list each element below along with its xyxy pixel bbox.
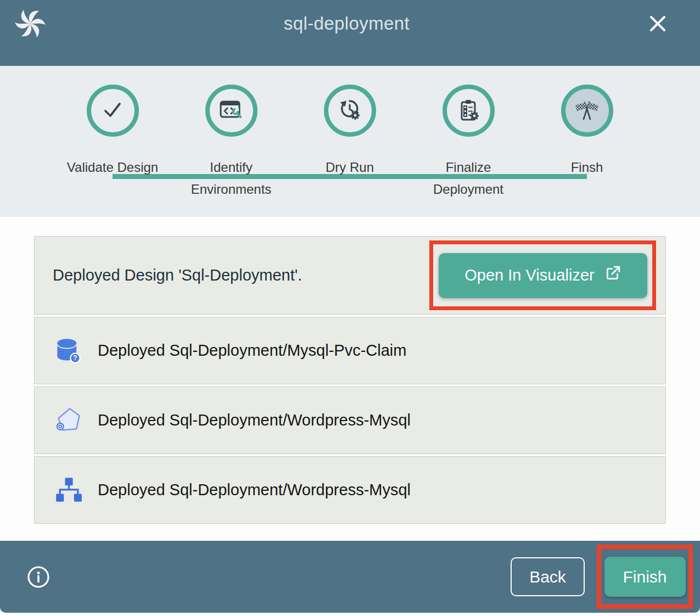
- bottom-strip: [0, 613, 700, 616]
- design-result-text: Deployed Design 'Sql-Deployment'.: [53, 266, 302, 284]
- back-button[interactable]: Back: [511, 557, 585, 596]
- result-row-wordpress-mysql-2: Deployed Sql-Deployment/Wordpress-Mysql: [34, 456, 666, 524]
- modal-title: sql-deployment: [46, 13, 647, 34]
- step-label: Identify Environments: [172, 156, 290, 200]
- meshery-logo-icon: [14, 8, 46, 40]
- history-gear-icon: [337, 97, 362, 125]
- hierarchy-tree-icon: [55, 477, 82, 504]
- pentagon-component-icon: [55, 407, 82, 434]
- close-icon: [647, 27, 668, 36]
- open-in-visualizer-label: Open In Visualizer: [464, 266, 594, 284]
- code-window-wrench-icon: [219, 97, 244, 125]
- step-label: Validate Design: [67, 156, 158, 178]
- step-label: Finalize Deployment: [409, 156, 528, 200]
- clipboard-checklist-gear-icon: [456, 97, 481, 125]
- step-finalize-deployment: Finalize Deployment: [409, 85, 528, 200]
- step-validate-design: Validate Design: [53, 85, 172, 200]
- result-text: Deployed Sql-Deployment/Mysql-Pvc-Claim: [98, 341, 406, 360]
- checkmark-icon: [100, 97, 125, 125]
- open-in-visualizer-button[interactable]: Open In Visualizer: [439, 253, 647, 298]
- step-identify-environments: Identify Environments: [172, 85, 290, 200]
- annotation-highlight-finish: Finish: [597, 545, 693, 609]
- modal-header: sql-deployment: [0, 0, 700, 66]
- design-result-row: Deployed Design 'Sql-Deployment'. Open I…: [34, 236, 666, 315]
- deployment-wizard-modal: sql-deployment Validate Design: [0, 0, 700, 616]
- info-button[interactable]: [26, 565, 51, 589]
- step-dry-run: Dry Run: [290, 85, 409, 200]
- result-row-wordpress-mysql-1: Deployed Sql-Deployment/Wordpress-Mysql: [34, 387, 666, 454]
- modal-footer: Back Finish: [0, 541, 700, 613]
- wizard-stepper: Validate Design Ident: [0, 66, 700, 217]
- deployment-results-list: Deployed Design 'Sql-Deployment'. Open I…: [34, 236, 666, 524]
- info-circle-icon: [26, 583, 51, 591]
- close-button[interactable]: [647, 13, 668, 34]
- svg-text:?: ?: [73, 354, 77, 362]
- open-in-new-icon: [604, 265, 621, 285]
- result-text: Deployed Sql-Deployment/Wordpress-Mysql: [98, 481, 411, 499]
- annotation-highlight-visualizer: Open In Visualizer: [429, 240, 656, 310]
- result-text: Deployed Sql-Deployment/Wordpress-Mysql: [98, 411, 411, 429]
- finish-button[interactable]: Finish: [604, 557, 686, 597]
- database-icon: ?: [55, 337, 82, 365]
- step-label: Finsh: [571, 156, 603, 178]
- result-row-mysql-pvc-claim: ? Deployed Sql-Deployment/Mysql-Pvc-Clai…: [34, 317, 666, 384]
- checkered-flags-icon: [574, 97, 600, 125]
- step-finish: Finsh: [528, 85, 646, 200]
- step-label: Dry Run: [326, 156, 374, 178]
- results-area: Deployed Design 'Sql-Deployment'. Open I…: [0, 217, 700, 541]
